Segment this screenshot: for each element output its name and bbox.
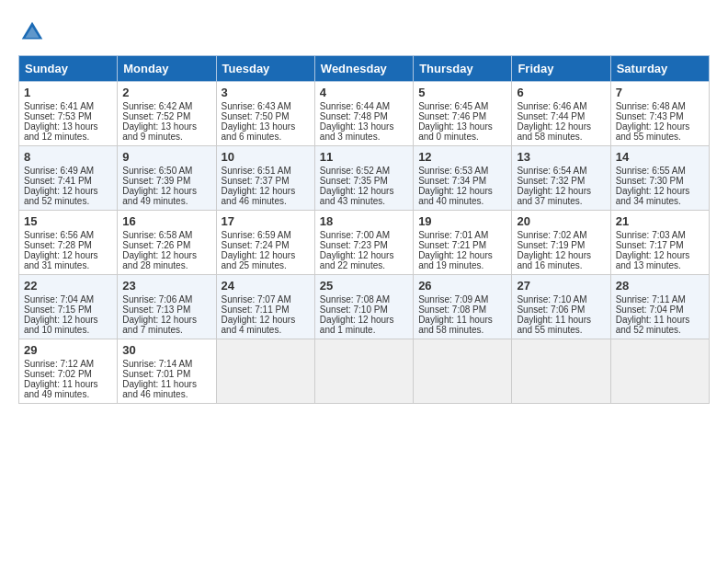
calendar-cell: 14Sunrise: 6:55 AMSunset: 7:30 PMDayligh… bbox=[610, 146, 709, 211]
day-info-line: Daylight: 11 hours bbox=[517, 315, 605, 325]
day-info-line: Sunset: 7:01 PM bbox=[122, 369, 210, 379]
day-info-line: and 12 minutes. bbox=[24, 132, 112, 142]
day-info-line: and 37 minutes. bbox=[517, 196, 605, 206]
day-info-line: Sunrise: 6:48 AM bbox=[616, 101, 704, 111]
day-info-line: Daylight: 12 hours bbox=[517, 250, 605, 260]
day-info-line: Daylight: 12 hours bbox=[418, 250, 506, 260]
day-number: 15 bbox=[24, 214, 112, 228]
day-info-line: Sunset: 7:46 PM bbox=[418, 111, 506, 121]
day-info-line: Sunrise: 6:45 AM bbox=[418, 101, 506, 111]
day-info-line: Sunrise: 6:41 AM bbox=[24, 101, 112, 111]
calendar-header-row: SundayMondayTuesdayWednesdayThursdayFrid… bbox=[19, 56, 710, 82]
day-info-line: and 6 minutes. bbox=[222, 132, 310, 142]
calendar-cell bbox=[314, 339, 413, 404]
calendar-cell: 17Sunrise: 6:59 AMSunset: 7:24 PMDayligh… bbox=[216, 211, 314, 275]
day-info-line: Daylight: 12 hours bbox=[122, 186, 210, 196]
calendar-cell: 22Sunrise: 7:04 AMSunset: 7:15 PMDayligh… bbox=[19, 275, 118, 339]
day-info-line: and 58 minutes. bbox=[517, 132, 605, 142]
day-info-line: and 7 minutes. bbox=[122, 325, 210, 335]
day-info-line: Daylight: 13 hours bbox=[24, 121, 112, 132]
day-info-line: and 55 minutes. bbox=[517, 325, 605, 335]
day-info-line: and 13 minutes. bbox=[616, 260, 704, 270]
day-info-line: Sunrise: 6:50 AM bbox=[122, 166, 210, 176]
calendar-cell: 30Sunrise: 7:14 AMSunset: 7:01 PMDayligh… bbox=[118, 339, 216, 404]
calendar-body: 1Sunrise: 6:41 AMSunset: 7:53 PMDaylight… bbox=[19, 82, 710, 404]
calendar-cell: 19Sunrise: 7:01 AMSunset: 7:21 PMDayligh… bbox=[414, 211, 512, 275]
day-info-line: Daylight: 13 hours bbox=[418, 121, 506, 132]
calendar-cell: 21Sunrise: 7:03 AMSunset: 7:17 PMDayligh… bbox=[610, 211, 709, 275]
day-info-line: Sunrise: 7:08 AM bbox=[320, 294, 408, 304]
calendar-cell: 3Sunrise: 6:43 AMSunset: 7:50 PMDaylight… bbox=[216, 82, 314, 146]
calendar-cell: 2Sunrise: 6:42 AMSunset: 7:52 PMDaylight… bbox=[118, 82, 216, 146]
day-number: 3 bbox=[222, 86, 310, 99]
calendar-cell: 9Sunrise: 6:50 AMSunset: 7:39 PMDaylight… bbox=[118, 146, 216, 211]
day-info-line: and 3 minutes. bbox=[320, 132, 408, 142]
day-info-line: Sunset: 7:19 PM bbox=[517, 240, 605, 250]
day-info-line: Sunset: 7:41 PM bbox=[24, 176, 112, 186]
day-number: 28 bbox=[616, 279, 704, 293]
day-info-line: Sunset: 7:39 PM bbox=[122, 176, 210, 186]
day-info-line: Daylight: 12 hours bbox=[616, 250, 704, 260]
day-info-line: Sunset: 7:52 PM bbox=[122, 111, 210, 121]
calendar-cell: 20Sunrise: 7:02 AMSunset: 7:19 PMDayligh… bbox=[512, 211, 610, 275]
day-info-line: Sunrise: 6:58 AM bbox=[122, 230, 210, 240]
day-info-line: Daylight: 12 hours bbox=[122, 315, 210, 325]
day-info-line: Sunrise: 6:55 AM bbox=[616, 166, 704, 176]
day-info-line: Sunrise: 7:07 AM bbox=[222, 294, 310, 304]
day-info-line: Daylight: 12 hours bbox=[616, 121, 704, 132]
day-info-line: Daylight: 12 hours bbox=[222, 315, 310, 325]
calendar-week-4: 22Sunrise: 7:04 AMSunset: 7:15 PMDayligh… bbox=[19, 275, 710, 339]
day-info-line: Sunrise: 6:56 AM bbox=[24, 230, 112, 240]
calendar-table: SundayMondayTuesdayWednesdayThursdayFrid… bbox=[18, 55, 710, 404]
day-number: 21 bbox=[616, 214, 704, 228]
day-info-line: Daylight: 11 hours bbox=[24, 379, 112, 389]
day-info-line: Sunset: 7:13 PM bbox=[122, 304, 210, 315]
calendar-cell: 23Sunrise: 7:06 AMSunset: 7:13 PMDayligh… bbox=[118, 275, 216, 339]
day-info-line: Sunrise: 6:54 AM bbox=[517, 166, 605, 176]
day-info-line: and 43 minutes. bbox=[320, 196, 408, 206]
day-info-line: and 46 minutes. bbox=[222, 196, 310, 206]
day-info-line: Sunset: 7:28 PM bbox=[24, 240, 112, 250]
day-number: 12 bbox=[418, 150, 506, 164]
day-number: 10 bbox=[222, 150, 310, 164]
day-number: 19 bbox=[418, 214, 506, 228]
day-info-line: Daylight: 13 hours bbox=[122, 121, 210, 132]
day-info-line: Sunrise: 7:09 AM bbox=[418, 294, 506, 304]
day-info-line: Sunrise: 7:06 AM bbox=[122, 294, 210, 304]
day-info-line: and 25 minutes. bbox=[222, 260, 310, 270]
day-number: 13 bbox=[517, 150, 605, 164]
day-info-line: Sunset: 7:02 PM bbox=[24, 369, 112, 379]
day-info-line: Sunset: 7:08 PM bbox=[418, 304, 506, 315]
day-number: 29 bbox=[24, 343, 112, 357]
day-info-line: Sunrise: 6:59 AM bbox=[222, 230, 310, 240]
day-info-line: and 52 minutes. bbox=[616, 325, 704, 335]
calendar-header-sunday: Sunday bbox=[19, 56, 118, 82]
day-info-line: Sunrise: 7:00 AM bbox=[320, 230, 408, 240]
calendar-cell: 8Sunrise: 6:49 AMSunset: 7:41 PMDaylight… bbox=[19, 146, 118, 211]
calendar-cell bbox=[216, 339, 314, 404]
calendar-header-friday: Friday bbox=[512, 56, 610, 82]
day-info-line: Sunset: 7:11 PM bbox=[222, 304, 310, 315]
day-info-line: and 49 minutes. bbox=[24, 389, 112, 399]
day-info-line: Sunset: 7:23 PM bbox=[320, 240, 408, 250]
day-number: 8 bbox=[24, 150, 112, 164]
calendar-header-tuesday: Tuesday bbox=[216, 56, 314, 82]
day-info-line: Daylight: 11 hours bbox=[418, 315, 506, 325]
calendar-cell: 12Sunrise: 6:53 AMSunset: 7:34 PMDayligh… bbox=[414, 146, 512, 211]
day-number: 25 bbox=[320, 279, 408, 293]
day-info-line: and 16 minutes. bbox=[517, 260, 605, 270]
day-info-line: and 10 minutes. bbox=[24, 325, 112, 335]
calendar-cell: 10Sunrise: 6:51 AMSunset: 7:37 PMDayligh… bbox=[216, 146, 314, 211]
day-info-line: Daylight: 13 hours bbox=[222, 121, 310, 132]
day-info-line: Sunset: 7:43 PM bbox=[616, 111, 704, 121]
day-number: 18 bbox=[320, 214, 408, 228]
calendar-week-1: 1Sunrise: 6:41 AMSunset: 7:53 PMDaylight… bbox=[19, 82, 710, 146]
day-info-line: and 28 minutes. bbox=[122, 260, 210, 270]
day-info-line: and 49 minutes. bbox=[122, 196, 210, 206]
day-number: 24 bbox=[222, 279, 310, 293]
day-info-line: Daylight: 12 hours bbox=[616, 186, 704, 196]
day-info-line: and 4 minutes. bbox=[222, 325, 310, 335]
day-info-line: Sunset: 7:44 PM bbox=[517, 111, 605, 121]
day-info-line: Daylight: 13 hours bbox=[320, 121, 408, 132]
day-info-line: Sunrise: 7:04 AM bbox=[24, 294, 112, 304]
